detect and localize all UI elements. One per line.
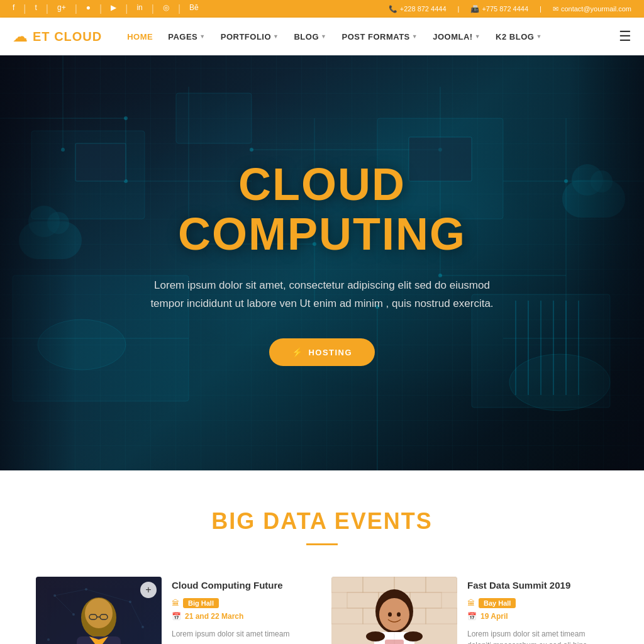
venue-item: 🏛 Big Hall [172,598,313,608]
hero-content: CLOUD COMPUTING Lorem ipsum dolor sit am… [102,147,542,379]
venue-tag: Big Hall [183,598,219,608]
event-description: Lorem ipsum dolor sit amet timeam deleni… [467,628,608,645]
svg-rect-80 [385,640,404,644]
person-image-woman [331,577,457,644]
googleplus-link[interactable]: g+ [57,3,66,14]
svg-point-52 [85,598,113,628]
youtube-link[interactable]: ▶ [111,3,116,14]
hero-section: CLOUD COMPUTING Lorem ipsum dolor sit am… [0,55,644,470]
divider: | [46,3,48,14]
phone2: 📠 +775 872 4444 [470,5,528,13]
hosting-button[interactable]: ⚡ HOSTING [269,338,375,366]
circle-link[interactable]: ● [86,3,91,14]
svg-point-73 [379,598,409,631]
bolt-icon: ⚡ [292,347,304,357]
nav-item-k2blog[interactable]: K2 BLOG ▼ [496,32,542,42]
divider: | [75,3,77,14]
svg-point-78 [366,631,385,641]
logo-text: ET CLOUD [33,30,102,44]
svg-point-74 [388,613,392,617]
svg-point-45 [47,638,50,641]
svg-point-79 [404,631,423,641]
top-bar: f | t | g+ | ● | ▶ | in | ◎ | Bē 📞 +228 … [0,0,644,18]
nav-item-post-formats[interactable]: POST FORMATS ▼ [341,32,418,42]
hamburger-menu[interactable]: ☰ [619,28,631,45]
event-date: 19 April [480,612,508,621]
event-cards-container: + Cloud Computing Future 🏛 Big Hall 📅 21… [25,577,619,644]
rss-link[interactable]: ◎ [163,3,169,14]
event-card-image: + [36,577,162,644]
nav-item-home[interactable]: HOME [127,32,153,42]
calendar-icon: 📅 [172,612,181,621]
date-item: 📅 19 April [467,612,608,621]
calendar-icon: 📅 [467,612,477,621]
event-meta: 🏛 Bay Hall 📅 19 April [467,598,608,621]
svg-point-75 [397,613,401,617]
events-section: BIG DATA EVENTS [0,470,644,644]
section-underline [306,543,338,545]
hero-edge-left [0,55,75,470]
venue-icon: 🏛 [467,599,475,608]
venue-tag: Bay Hall [479,598,516,608]
nav-links: HOME PAGES ▼ PORTFOLIO ▼ BLOG ▼ POST FOR… [127,32,619,42]
logo[interactable]: ☁ ET CLOUD [13,28,102,45]
divider: | [540,5,541,13]
event-meta: 🏛 Big Hall 📅 21 and 22 March [172,598,313,621]
event-card-title: Fast Data Summit 2019 [467,579,608,592]
divider: | [458,5,460,13]
event-card-body: Fast Data Summit 2019 🏛 Bay Hall 📅 19 Ap… [467,577,608,644]
event-card-image: + [331,577,457,644]
divider: | [152,3,154,14]
event-card-title: Cloud Computing Future [172,579,313,592]
nav-item-portfolio[interactable]: PORTFOLIO ▼ [221,32,279,42]
event-card-body: Cloud Computing Future 🏛 Big Hall 📅 21 a… [172,577,313,644]
section-title: BIG DATA EVENTS [25,508,619,535]
mail-icon: ✉ [553,5,558,13]
behance-link[interactable]: Bē [189,3,199,14]
event-card: + Cloud Computing Future 🏛 Big Hall 📅 21… [36,577,313,644]
email: ✉ contact@yourmail.com [553,5,631,13]
venue-icon: 🏛 [172,599,179,608]
venue-item: 🏛 Bay Hall [467,598,608,608]
fax-icon: 📠 [470,5,479,13]
main-nav: ☁ ET CLOUD HOME PAGES ▼ PORTFOLIO ▼ BLOG… [0,18,644,55]
twitter-link[interactable]: t [35,3,37,14]
hero-subtitle: Lorem ipsum dolor sit amet, consectetur … [146,277,498,313]
social-links: f | t | g+ | ● | ▶ | in | ◎ | Bē [13,3,199,14]
cloud-icon: ☁ [13,28,28,45]
event-date: 21 and 22 March [185,612,243,621]
hero-edge-right [569,55,644,470]
event-card: + Fast Data Summit 2019 🏛 Bay Hall 📅 19 … [331,577,608,644]
nav-item-joomla[interactable]: JOOMLA! ▼ [433,32,480,42]
divider: | [23,3,26,14]
divider: | [99,3,102,14]
contact-info: 📞 +228 872 4444 | 📠 +775 872 4444 | ✉ co… [389,5,631,13]
phone-icon: 📞 [389,5,397,13]
nav-item-blog[interactable]: BLOG ▼ [294,32,326,42]
linkedin-link[interactable]: in [136,3,142,14]
divider: | [125,3,128,14]
hero-title: CLOUD COMPUTING [114,160,530,259]
phone1: 📞 +228 872 4444 [389,5,447,13]
plus-button[interactable]: + [140,582,157,598]
date-item: 📅 21 and 22 March [172,612,313,621]
facebook-link[interactable]: f [13,3,14,14]
nav-item-pages[interactable]: PAGES ▼ [168,32,205,42]
event-description: Lorem ipsum dolor sit amet timeam [172,628,313,640]
divider: | [178,3,180,14]
